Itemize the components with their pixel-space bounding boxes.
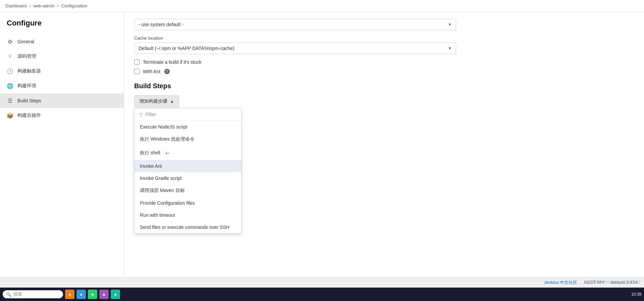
- version-label: Jenkins 2.474: [610, 280, 637, 285]
- sidebar-item-general[interactable]: ⚙ General: [0, 34, 124, 49]
- sidebar-item-triggers-label: 构建触发器: [17, 68, 41, 74]
- sidebar: Configure ⚙ General ⑂ 源码管理 🕐 构建触发器 🌐 构建环…: [0, 12, 124, 277]
- menu-item-maven[interactable]: 调用顶层 Maven 目标: [135, 184, 241, 197]
- cache-location-group: Cache location Default (~/.npm or %APP D…: [134, 36, 634, 54]
- sidebar-item-source-label: 源码管理: [17, 53, 36, 59]
- cache-location-dropdown[interactable]: Default (~/.npm or %APP DATA%\npm-cache)…: [134, 43, 456, 54]
- step-menu-popup: ▽ Filter Execute NodeJS script 执行 Window…: [134, 108, 241, 234]
- taskbar-time: 10:39: [631, 292, 641, 297]
- with-ant-row: With Ant ?: [134, 69, 634, 74]
- taskbar-icon-4[interactable]: ●: [99, 290, 109, 299]
- main-content: - use system default - ▼ Cache location …: [124, 12, 644, 277]
- terminate-build-label: Terminate a build if it's stuck: [143, 59, 202, 65]
- fork-icon: ⑂: [7, 53, 13, 60]
- breadcrumb: Dashboard > web-admin > Configuration: [0, 0, 644, 12]
- cache-location-label: Cache location: [134, 36, 634, 41]
- sidebar-item-general-label: General: [17, 39, 34, 44]
- system-default-value: - use system default -: [139, 22, 183, 27]
- search-icon: 🔍: [6, 292, 11, 297]
- with-ant-checkbox[interactable]: [134, 69, 140, 74]
- sidebar-item-env-label: 构建环境: [17, 83, 36, 89]
- filter-placeholder: Filter: [146, 112, 156, 117]
- sidebar-item-triggers[interactable]: 🕐 构建触发器: [0, 64, 124, 79]
- add-step-dropdown: 增加构建步骤 ▲ ▽ Filter Execute NodeJS script …: [134, 95, 179, 107]
- menu-item-windows[interactable]: 执行 Windows 批处理命令: [135, 133, 241, 146]
- sidebar-item-env[interactable]: 🌐 构建环境: [0, 79, 124, 93]
- build-steps-title: Build Steps: [134, 82, 634, 90]
- breadcrumb-dashboard[interactable]: Dashboard: [5, 3, 27, 8]
- clock-icon: 🕐: [7, 68, 13, 74]
- system-default-group: - use system default - ▼: [134, 19, 634, 30]
- menu-item-config-files[interactable]: Provide Configuration files: [135, 197, 241, 209]
- menu-item-run-timeout[interactable]: Run with timeout: [135, 209, 241, 221]
- sidebar-title: Configure: [0, 19, 124, 34]
- gear-icon: ⚙: [7, 38, 13, 45]
- box-icon: 📦: [7, 112, 13, 119]
- breadcrumb-web-admin[interactable]: web-admin: [33, 3, 55, 8]
- breadcrumb-configuration[interactable]: Configuration: [61, 3, 87, 8]
- menu-item-invoke-gradle[interactable]: Invoke Gradle script: [135, 172, 241, 184]
- add-step-label: 增加构建步骤: [139, 98, 167, 104]
- menu-item-windows-label: 执行 Windows 批处理命令: [140, 136, 195, 142]
- sidebar-item-build-steps[interactable]: ☰ Build Steps: [0, 93, 124, 108]
- breadcrumb-sep-1: >: [29, 3, 32, 8]
- menu-item-ssh-label: Send files or execute commands over SSH: [140, 224, 229, 230]
- terminate-build-row: Terminate a build if it's stuck: [134, 59, 634, 65]
- system-default-dropdown[interactable]: - use system default - ▼: [134, 19, 456, 30]
- taskbar-search-label: 搜索: [13, 291, 22, 297]
- taskbar-icon-5[interactable]: ●: [111, 290, 120, 299]
- sidebar-item-post-build-label: 构建后操作: [17, 112, 41, 118]
- menu-item-nodejs[interactable]: Execute NodeJS script: [135, 121, 241, 133]
- sidebar-item-build-steps-label: Build Steps: [17, 98, 41, 103]
- taskbar: 🔍 搜索 ● ● ● ● ● 10:39: [0, 288, 644, 301]
- cache-location-value: Default (~/.npm or %APP DATA%\npm-cache): [139, 46, 234, 51]
- with-ant-help-icon[interactable]: ?: [164, 69, 170, 74]
- globe-icon: 🌐: [7, 83, 13, 89]
- menu-item-ssh[interactable]: Send files or execute commands over SSH: [135, 221, 241, 233]
- sidebar-item-post-build[interactable]: 📦 构建后操作: [0, 108, 124, 123]
- menu-item-invoke-ant[interactable]: Invoke Ant: [135, 160, 241, 172]
- menu-item-invoke-ant-label: Invoke Ant: [140, 163, 162, 169]
- chevron-down-icon: ▼: [448, 22, 452, 27]
- filter-icon: ▽: [139, 112, 143, 117]
- rest-api-link[interactable]: REST API: [584, 280, 603, 285]
- taskbar-search[interactable]: 🔍 搜索: [3, 290, 63, 298]
- breadcrumb-sep-2: >: [57, 3, 59, 8]
- menu-item-shell[interactable]: 执行 shell ←: [135, 146, 241, 160]
- taskbar-icon-3[interactable]: ●: [88, 290, 97, 299]
- taskbar-right: 10:39: [631, 292, 641, 297]
- menu-item-shell-label: 执行 shell: [140, 150, 160, 156]
- menu-filter-row: ▽ Filter: [135, 108, 241, 121]
- add-step-button[interactable]: 增加构建步骤 ▲: [134, 95, 179, 107]
- cache-chevron-down-icon: ▼: [448, 46, 452, 51]
- menu-item-invoke-gradle-label: Invoke Gradle script: [140, 175, 182, 181]
- community-link[interactable]: Jenkins 中文社区: [544, 280, 578, 286]
- sidebar-item-source[interactable]: ⑂ 源码管理: [0, 49, 124, 64]
- with-ant-label: With Ant: [143, 69, 160, 74]
- taskbar-icon-1[interactable]: ●: [65, 290, 74, 299]
- footer: Jenkins 中文社区 REST API Jenkins 2.474: [0, 277, 644, 288]
- shell-arrow-annotation: ←: [164, 149, 171, 157]
- list-icon: ☰: [7, 97, 13, 104]
- menu-item-config-files-label: Provide Configuration files: [140, 200, 195, 206]
- taskbar-icon-2[interactable]: ●: [76, 290, 86, 299]
- menu-item-nodejs-label: Execute NodeJS script: [140, 124, 187, 130]
- terminate-build-checkbox[interactable]: [134, 59, 140, 65]
- menu-item-maven-label: 调用顶层 Maven 目标: [140, 188, 185, 193]
- chevron-up-icon: ▲: [170, 99, 174, 104]
- menu-item-run-timeout-label: Run with timeout: [140, 212, 175, 218]
